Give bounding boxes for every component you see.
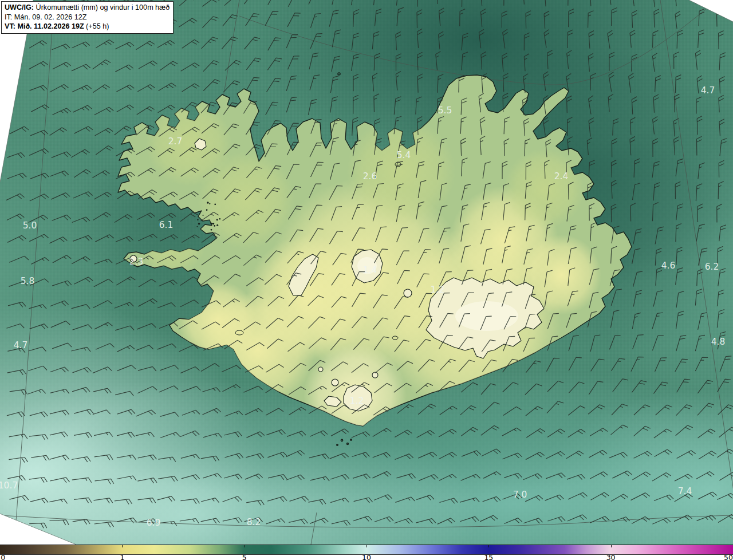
title-line-parameter: UWC/IG: Úrkomumætti (mm) og vindur i 100… [5, 3, 170, 13]
colorbar-tick-label: 30 [606, 553, 616, 560]
colorbar-tick [245, 545, 245, 547]
map-graphics [0, 0, 733, 545]
title-line-init: IT: Mán. 09. 02. 2026 12Z [5, 13, 170, 22]
valid-time: VT: Mið. 11.02.2026 19Z [5, 22, 84, 30]
colorbar-tick [366, 545, 367, 547]
init-time: IT: Mán. 09. 02. 2026 12Z [5, 13, 87, 21]
colorbar-tick-label: 10 [362, 553, 371, 560]
model-id: UWC/IG: [5, 3, 34, 11]
colorbar-tick-label: 0 [1, 553, 5, 560]
colorbar-tick-labels: 01510153050 [0, 555, 733, 560]
forecast-offset: (+55 h) [84, 22, 109, 30]
title-box: UWC/IG: Úrkomumætti (mm) og vindur i 100… [1, 1, 174, 34]
map-canvas: 4.75.52.75.42.62.45.06.12.34.66.21.45.81… [0, 0, 733, 545]
colorbar-tick [488, 545, 489, 547]
colorbar-tick [122, 545, 123, 547]
colorbar-tick-label: 50 [724, 553, 733, 560]
colorbar-tick [611, 545, 612, 547]
colorbar-tick-label: 5 [242, 553, 247, 560]
colorbar-tick-label: 15 [484, 553, 493, 560]
parameter-title: Úrkomumætti (mm) og vindur i 100m hæð [34, 3, 170, 11]
precipitation-colorbar: 01510153050 [0, 545, 733, 560]
weather-forecast-viewer: 4.75.52.75.42.62.45.06.12.34.66.21.45.81… [0, 0, 733, 560]
colorbar-tick-label: 1 [120, 553, 124, 560]
title-line-valid: VT: Mið. 11.02.2026 19Z (+55 h) [5, 22, 170, 31]
